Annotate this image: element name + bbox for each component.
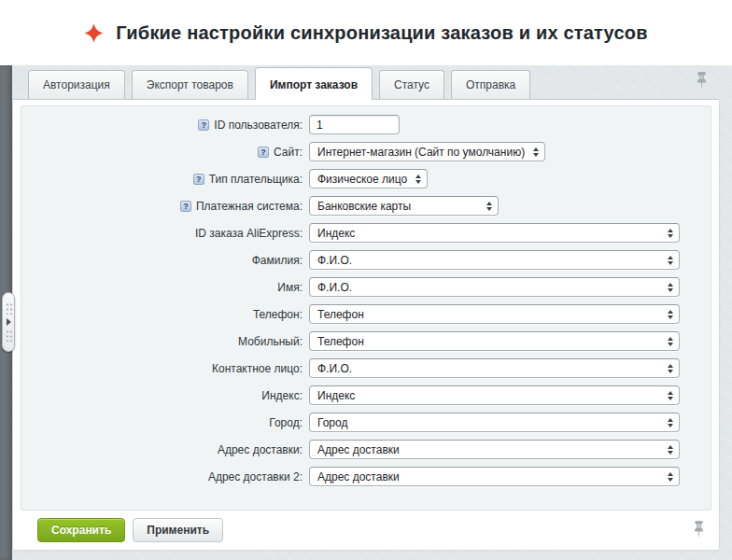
select-control[interactable]: Город: [309, 413, 680, 432]
main-area: Авторизация Экспорт товаров Импорт заказ…: [0, 65, 732, 560]
help-icon[interactable]: ?: [193, 174, 204, 185]
form-row: ID заказа AliExpress: Индекс: [21, 219, 711, 246]
tab-inactive[interactable]: Экспорт товаров: [132, 70, 248, 99]
select-spinner-icon: [668, 472, 673, 482]
label-cell: Адрес доставки:: [21, 443, 309, 456]
form-row: Город: Город: [21, 409, 711, 436]
label-cell: Мобильный:: [21, 335, 309, 348]
tab-inactive[interactable]: Отправка: [451, 70, 530, 99]
field-label: ID пользователя:: [214, 119, 303, 132]
form-row: Адрес доставки: Адрес доставки: [21, 436, 711, 463]
select-control[interactable]: Банковские карты: [309, 196, 499, 216]
select-value: Телефон: [317, 308, 364, 321]
select-value: Адрес доставки: [317, 470, 400, 483]
select-control[interactable]: Адрес доставки: [309, 467, 680, 486]
tab-label: Отправка: [466, 78, 515, 91]
tab-label: Экспорт товаров: [147, 78, 233, 91]
select-control[interactable]: Индекс: [309, 385, 680, 405]
select-control[interactable]: Адрес доставки: [309, 440, 680, 459]
field-label: Фамилия:: [252, 254, 303, 267]
label-cell: ? Тип плательщика:: [21, 173, 309, 186]
pin-icon[interactable]: [694, 521, 704, 539]
label-cell: ? Платежная система:: [21, 200, 309, 213]
select-spinner-icon: [668, 445, 673, 455]
page-header: Гибкие настройки синхронизации заказов и…: [0, 0, 732, 65]
panel-footer: Сохранить Применить: [13, 511, 719, 550]
select-value: Индекс: [317, 389, 355, 402]
form-row: Телефон: Телефон: [21, 301, 711, 328]
form-row: ? ID пользователя:: [21, 111, 711, 138]
select-control[interactable]: Ф.И.О.: [309, 277, 680, 297]
select-spinner-icon: [668, 256, 673, 265]
grip-dots-icon: [6, 302, 12, 315]
panel-toggle-handle[interactable]: [2, 292, 15, 352]
label-cell: Фамилия:: [21, 254, 309, 267]
apply-button[interactable]: Применить: [133, 518, 223, 542]
label-cell: Город:: [21, 416, 309, 429]
field-label: Адрес доставки 2:: [208, 470, 303, 483]
form-row: ? Платежная система: Банковские карты: [21, 192, 711, 219]
grip-dots-icon: [6, 329, 12, 342]
label-cell: ? ID пользователя:: [21, 119, 309, 132]
label-cell: ? Сайт:: [21, 146, 309, 159]
tab-label: Импорт заказов: [270, 78, 358, 91]
tab-inactive[interactable]: Статус: [379, 70, 444, 99]
tab-bar: Авторизация Экспорт товаров Импорт заказ…: [13, 65, 732, 99]
select-control[interactable]: Интернет-магазин (Сайт по умолчанию): [309, 142, 545, 161]
text-input[interactable]: [309, 115, 400, 134]
field-label: Мобильный:: [238, 335, 303, 348]
form-row: Имя: Ф.И.О.: [21, 273, 711, 301]
select-control[interactable]: Ф.И.О.: [309, 250, 680, 270]
select-value: Телефон: [317, 335, 364, 348]
field-label: Город:: [269, 416, 303, 429]
field-label: ID заказа AliExpress:: [195, 227, 303, 240]
form-row: Мобильный: Телефон: [21, 328, 711, 355]
select-control[interactable]: Телефон: [309, 304, 680, 324]
expand-arrow-icon: [7, 318, 11, 326]
settings-panel: ? ID пользователя: ? Сайт: Интернет-мага…: [13, 99, 719, 549]
tab-label: Статус: [394, 78, 429, 91]
select-value: Физическое лицо: [317, 173, 407, 186]
tab-inactive[interactable]: Авторизация: [28, 70, 125, 99]
select-value: Адрес доставки: [317, 443, 400, 456]
field-label: Контактное лицо:: [212, 362, 303, 375]
select-spinner-icon: [415, 175, 421, 184]
field-label: Платежная система:: [196, 200, 303, 213]
select-value: Ф.И.О.: [317, 254, 352, 267]
form-row: ? Сайт: Интернет-магазин (Сайт по умолча…: [21, 138, 711, 165]
help-icon[interactable]: ?: [198, 119, 209, 131]
form-row: Контактное лицо: Ф.И.О.: [21, 355, 711, 382]
select-value: Город: [317, 416, 347, 429]
label-cell: Контактное лицо:: [21, 362, 309, 375]
select-spinner-icon: [668, 310, 673, 319]
field-label: Тип плательщика:: [209, 173, 303, 186]
field-label: Индекс:: [261, 389, 303, 402]
select-value: Ф.И.О.: [317, 281, 352, 294]
select-spinner-icon: [668, 337, 673, 346]
form-row: Индекс: Индекс: [21, 382, 711, 409]
pin-icon[interactable]: [697, 72, 707, 91]
form-row: Фамилия: Ф.И.О.: [21, 246, 711, 273]
help-icon[interactable]: ?: [180, 201, 191, 212]
select-spinner-icon: [668, 391, 673, 400]
select-value: Индекс: [317, 227, 355, 240]
tab-active[interactable]: Импорт заказов: [255, 67, 373, 100]
select-spinner-icon: [668, 283, 673, 292]
save-button[interactable]: Сохранить: [37, 518, 125, 542]
label-cell: Имя:: [21, 281, 309, 294]
select-value: Интернет-магазин (Сайт по умолчанию): [317, 146, 525, 159]
select-control[interactable]: Ф.И.О.: [309, 358, 680, 378]
label-cell: Телефон:: [21, 308, 309, 321]
select-value: Банковские карты: [317, 200, 411, 213]
form-row: Адрес доставки 2: Адрес доставки: [21, 463, 711, 490]
select-control[interactable]: Физическое лицо: [309, 169, 428, 189]
select-spinner-icon: [486, 202, 492, 211]
select-spinner-icon: [533, 147, 539, 157]
select-control[interactable]: Телефон: [309, 331, 680, 351]
form-rows: ? ID пользователя: ? Сайт: Интернет-мага…: [21, 105, 711, 511]
field-label: Сайт:: [274, 146, 303, 159]
field-label: Телефон:: [253, 308, 303, 321]
select-control[interactable]: Индекс: [309, 223, 680, 243]
sparkle-star-icon: [84, 23, 104, 43]
help-icon[interactable]: ?: [258, 147, 269, 158]
